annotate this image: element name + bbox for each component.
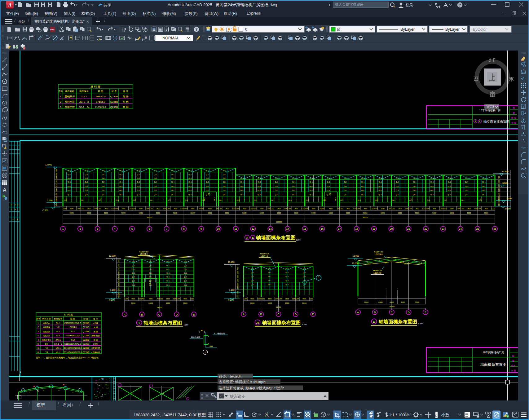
svg-text:QL-1: QL-1 (68, 190, 71, 191)
svg-text:▪: ▪ (98, 385, 98, 387)
svg-text:QL-1: QL-1 (68, 186, 71, 187)
svg-text:3600: 3600 (131, 298, 135, 300)
svg-text:QL-1: QL-1 (251, 284, 254, 285)
svg-text:A: A (246, 236, 248, 239)
svg-text:L50X4.0: L50X4.0 (69, 326, 77, 328)
svg-text:?: ? (195, 27, 197, 32)
svg-text:?: ? (459, 3, 461, 7)
svg-text:ML-1: ML-1 (149, 281, 151, 284)
svg-text:QL-1: QL-1 (166, 265, 170, 267)
svg-text:QL-1: QL-1 (149, 261, 152, 262)
svg-text:CK: CK (446, 198, 447, 200)
svg-text:1500: 1500 (237, 275, 239, 278)
svg-text:QL-1: QL-1 (102, 170, 105, 171)
svg-text:QL-1: QL-1 (184, 272, 187, 274)
svg-text:QL-1: QL-1 (154, 186, 157, 187)
svg-text:14: 14 (286, 227, 289, 230)
svg-text:CK: CK (169, 198, 171, 200)
svg-text:QL-1: QL-1 (482, 181, 486, 183)
svg-text:序号: 序号 (36, 318, 40, 320)
svg-text:QL-1: QL-1 (137, 194, 140, 196)
svg-text:CK: CK (307, 198, 309, 200)
svg-text:QL-1: QL-1 (396, 194, 399, 196)
svg-text:CK: CK (377, 198, 378, 200)
svg-text:QL-1: QL-1 (344, 178, 347, 179)
svg-text:QL-1: QL-1 (465, 181, 468, 183)
svg-text:20: 20 (390, 227, 393, 230)
svg-text:QL-1: QL-1 (166, 272, 170, 274)
svg-text:xx: xx (29, 391, 30, 393)
svg-text:1200: 1200 (80, 208, 84, 210)
svg-text:3600: 3600 (484, 208, 488, 210)
svg-text:QL-1: QL-1 (254, 200, 257, 201)
svg-text:1200: 1200 (111, 208, 115, 210)
svg-text:18车间钢结构厂房: 18车间钢结构厂房 (479, 109, 501, 112)
svg-text:QL-1: QL-1 (413, 194, 417, 196)
svg-text:6000: 6000 (139, 212, 143, 214)
svg-text:xx: xx (72, 391, 73, 393)
svg-text:圆钢+套管: 圆钢+套管 (91, 334, 100, 337)
svg-text:6000: 6000 (346, 212, 350, 214)
svg-text:QL-1: QL-1 (285, 276, 289, 277)
svg-text:6000: 6000 (191, 212, 195, 214)
svg-text:3600: 3600 (139, 208, 143, 210)
svg-text:12: 12 (252, 227, 255, 230)
svg-text:QL-1: QL-1 (303, 276, 306, 277)
svg-text:D: D (176, 313, 178, 316)
svg-text:圆钢系杆: 圆钢系杆 (65, 95, 75, 98)
svg-text:26: 26 (493, 227, 496, 230)
svg-text:QL-1: QL-1 (413, 190, 417, 191)
svg-text:750: 750 (322, 208, 325, 210)
svg-text:1200: 1200 (288, 208, 291, 210)
svg-text:QL-1: QL-1 (258, 190, 261, 191)
svg-text:Q235B: Q235B (82, 351, 89, 354)
svg-text:墙面斜拉条: 墙面斜拉条 (42, 339, 51, 341)
svg-text:18车间钢结构厂房: 18车间钢结构厂房 (483, 351, 504, 354)
svg-text:C型钢组焊: C型钢组焊 (91, 347, 100, 349)
svg-text:QL-1: QL-1 (188, 190, 192, 191)
svg-text:QL-1: QL-1 (171, 181, 174, 183)
svg-text:QL-1: QL-1 (240, 181, 244, 183)
svg-text:21: 21 (407, 227, 410, 230)
svg-text:QL-1: QL-1 (206, 178, 209, 179)
svg-text:QL-1: QL-1 (102, 186, 105, 187)
svg-text:QL-1: QL-1 (292, 186, 296, 187)
svg-text:2: 2 (79, 227, 81, 230)
svg-text:QL-1: QL-1 (188, 178, 192, 179)
svg-text:QL-1: QL-1 (392, 200, 395, 201)
svg-text:备 注: 备 注 (93, 318, 98, 320)
svg-text:QL-1: QL-1 (285, 268, 289, 269)
svg-text:QL-1: QL-1 (327, 181, 330, 183)
svg-text:Q235B: Q235B (110, 100, 118, 103)
svg-text:750: 750 (201, 208, 204, 210)
svg-text:C型钢组焊: C型钢组焊 (91, 351, 100, 353)
svg-text:1.200: 1.200 (506, 197, 512, 200)
svg-text:QL-1: QL-1 (188, 181, 192, 183)
svg-text:QL-1: QL-1 (132, 280, 135, 282)
svg-text:11: 11 (234, 227, 237, 230)
svg-text:CK: CK (273, 198, 274, 200)
svg-text:QL-1: QL-1 (240, 194, 244, 196)
svg-text:▪: ▪ (99, 397, 99, 398)
svg-text:1200: 1200 (118, 268, 120, 271)
svg-text:QL-1: QL-1 (102, 194, 105, 196)
svg-text:QL-1: QL-1 (323, 200, 326, 201)
svg-text:QL-1: QL-1 (68, 178, 71, 179)
svg-text:QL-1: QL-1 (268, 284, 271, 285)
svg-text:7: 7 (166, 227, 167, 230)
svg-text:QL-1: QL-1 (154, 178, 157, 179)
svg-text:QL-1: QL-1 (206, 181, 209, 183)
svg-text:1200: 1200 (118, 272, 120, 275)
svg-text:1500: 1500 (498, 188, 500, 192)
svg-text:QL-1: QL-1 (258, 178, 261, 179)
svg-text:1200: 1200 (353, 208, 357, 210)
svg-text:QL-1: QL-1 (251, 276, 254, 277)
svg-text:柱间支撑: 柱间支撑 (64, 100, 75, 103)
svg-text:构件名称: 构件名称 (42, 318, 51, 320)
svg-text:6000: 6000 (69, 212, 74, 214)
svg-text:1: 1 (37, 322, 39, 324)
svg-text:1200: 1200 (370, 208, 374, 210)
svg-text:QL-1: QL-1 (119, 194, 123, 196)
svg-text:DWF: DWF (50, 29, 55, 31)
svg-text:QL-1: QL-1 (223, 194, 227, 196)
